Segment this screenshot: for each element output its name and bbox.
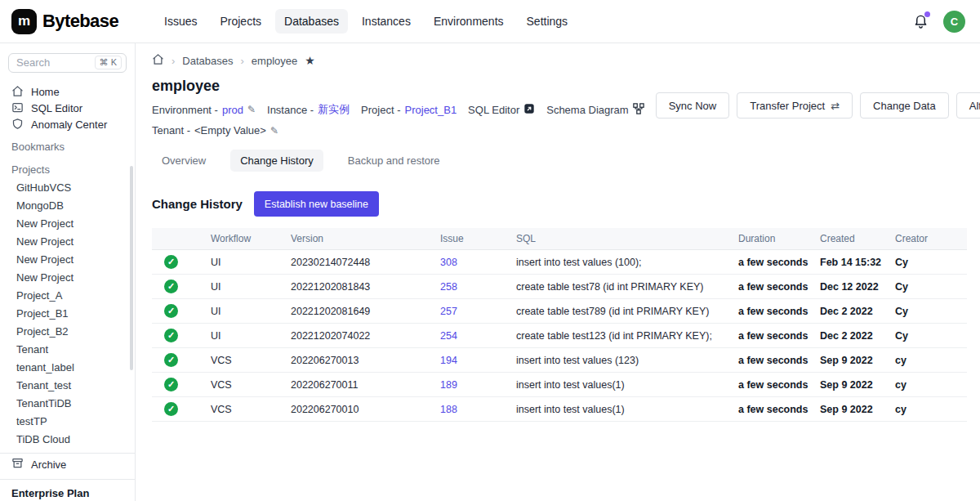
sidebar-project-item[interactable]: New Project [0, 251, 135, 269]
sidebar-project-item[interactable]: Project_A [0, 287, 135, 305]
tab-overview[interactable]: Overview [152, 150, 216, 172]
brand-name: Bytebase [42, 11, 118, 32]
sidebar-item-label: SQL Editor [31, 102, 82, 114]
creator-cell: cy [895, 379, 967, 391]
sql-cell: insert into test values (123) [516, 355, 738, 366]
success-check-icon: ✓ [164, 280, 178, 293]
duration-cell: a few seconds [738, 330, 820, 342]
sidebar-scrollbar[interactable] [130, 166, 133, 370]
sql-editor-shortcut[interactable]: SQL Editor [468, 103, 535, 117]
bookmark-star-icon[interactable]: ★ [305, 54, 315, 67]
header-actions: Sync NowTransfer Project⇄Change DataAlte… [656, 92, 980, 119]
status-cell: ✓ [152, 353, 211, 367]
status-cell: ✓ [152, 329, 211, 342]
instance-link[interactable]: 新实例 [318, 102, 350, 117]
issue-link[interactable]: 258 [440, 281, 516, 293]
schema-diagram-shortcut[interactable]: Schema Diagram [546, 103, 644, 117]
sidebar-project-item[interactable]: MongoDB [0, 197, 135, 215]
duration-cell: a few seconds [738, 306, 820, 317]
success-check-icon: ✓ [164, 304, 178, 318]
created-cell: Dec 2 2022 [820, 306, 895, 317]
database-meta-line-2: Tenant - <Empty Value> ✎ [152, 124, 656, 136]
sql-cell: create table test789 (id int PRIMARY KEY… [516, 306, 738, 317]
sidebar-project-item[interactable]: New Project [0, 233, 135, 251]
change-history-row[interactable]: ✓UI20221202081843258create table test78 … [152, 275, 967, 299]
workflow-cell: UI [211, 330, 291, 342]
change-history-row[interactable]: ✓VCS202206270013194insert into test valu… [152, 348, 967, 373]
main-content: › Databases › employee ★ employee Enviro… [136, 43, 980, 501]
transfer-project-button[interactable]: Transfer Project⇄ [737, 92, 853, 119]
issue-link[interactable]: 194 [440, 355, 516, 366]
column-header-creator: Creator [895, 233, 967, 244]
status-cell: ✓ [152, 255, 211, 269]
change-history-row[interactable]: ✓VCS202206270011189insert into test valu… [152, 373, 967, 397]
change-history-row[interactable]: ✓UI20221202081649257create table test789… [152, 299, 967, 324]
issue-link[interactable]: 308 [440, 257, 516, 268]
breadcrumb-databases[interactable]: Databases [182, 55, 233, 67]
issue-link[interactable]: 257 [440, 306, 516, 317]
nav-item-databases[interactable]: Databases [275, 9, 348, 34]
nav-item-projects[interactable]: Projects [211, 9, 270, 34]
diagram-icon [633, 103, 644, 117]
environment-link[interactable]: prod [222, 104, 243, 116]
change-data-button[interactable]: Change Data [860, 92, 949, 119]
workflow-cell: UI [211, 257, 291, 268]
creator-cell: cy [895, 404, 967, 415]
establish-baseline-button[interactable]: Establish new baseline [254, 191, 379, 217]
tab-backup-and-restore[interactable]: Backup and restore [338, 150, 450, 172]
top-navbar: m Bytebase IssuesProjectsDatabasesInstan… [0, 0, 980, 43]
sidebar-project-item[interactable]: Project_B2 [0, 323, 135, 341]
sidebar-project-item[interactable]: Tenant [0, 341, 135, 359]
user-avatar[interactable]: C [943, 11, 965, 33]
column-header-version: Version [291, 233, 440, 244]
sidebar-project-item[interactable]: tenant_label [0, 359, 135, 377]
nav-item-environments[interactable]: Environments [425, 9, 513, 34]
sidebar-project-item[interactable]: TiDB Cloud [0, 431, 135, 449]
breadcrumb-home-icon[interactable] [152, 53, 164, 68]
sidebar-project-item[interactable]: New Project [0, 269, 135, 287]
table-header-row: WorkflowVersionIssueSQLDurationCreatedCr… [152, 228, 967, 250]
nav-item-issues[interactable]: Issues [155, 9, 206, 34]
notification-bell-icon[interactable] [913, 14, 929, 29]
search-input[interactable] [16, 56, 91, 69]
change-history-row[interactable]: ✓UI20230214072448308insert into test val… [152, 250, 967, 275]
project-link[interactable]: Project_B1 [405, 104, 457, 116]
project-label: Project - [361, 104, 400, 116]
sidebar-project-item[interactable]: New Project [0, 215, 135, 233]
brand-home-link[interactable]: m Bytebase [11, 9, 144, 34]
version-cell: 20221202081843 [291, 281, 440, 293]
sidebar-project-item[interactable]: Project_B1 [0, 305, 135, 323]
sidebar-item-archive[interactable]: Archive [0, 454, 135, 475]
sync-now-button[interactable]: Sync Now [656, 92, 730, 119]
issue-link[interactable]: 188 [440, 404, 516, 415]
search-box[interactable]: ⌘ K [8, 53, 127, 73]
subscription-plan-label[interactable]: Enterprise Plan [0, 480, 135, 501]
sidebar-section-bookmarks: Bookmarks [0, 133, 135, 156]
tenant-label: Tenant - [152, 124, 190, 136]
issue-link[interactable]: 254 [440, 330, 516, 342]
sidebar-project-item[interactable]: testTP [0, 413, 135, 431]
database-meta-line-1: Environment - prod ✎ Instance - 新实例 Proj… [152, 102, 656, 117]
nav-item-settings[interactable]: Settings [518, 9, 577, 34]
nav-item-instances[interactable]: Instances [353, 9, 420, 34]
sidebar-item-sql-editor[interactable]: SQL Editor [0, 101, 135, 117]
change-history-row[interactable]: ✓UI20221202074022254create table test123… [152, 324, 967, 348]
creator-cell: cy [895, 355, 967, 366]
tab-change-history[interactable]: Change History [230, 150, 323, 172]
sidebar-item-anomaly-center[interactable]: Anomaly Center [0, 117, 135, 133]
workflow-cell: UI [211, 306, 291, 317]
sidebar-project-item[interactable]: TenantTiDB [0, 395, 135, 413]
sql-cell: insert into test values(1) [516, 379, 738, 391]
issue-link[interactable]: 189 [440, 379, 516, 391]
table-body: ✓UI20230214072448308insert into test val… [152, 250, 967, 422]
change-history-row[interactable]: ✓VCS202206270010188insert into test valu… [152, 397, 967, 422]
sidebar-project-item[interactable]: Tenant_test [0, 377, 135, 395]
sql-cell: create table test123 (id int PRIMARY KEY… [516, 330, 738, 342]
search-shortcut-badge: ⌘ K [95, 56, 122, 69]
edit-environment-pencil-icon[interactable]: ✎ [247, 104, 256, 115]
edit-tenant-pencil-icon[interactable]: ✎ [270, 125, 278, 136]
sidebar-project-item[interactable]: GitHubVCS [0, 179, 135, 197]
alter-schema-button[interactable]: Alter Schema [956, 92, 980, 119]
sidebar-item-home[interactable]: Home [0, 84, 135, 101]
created-cell: Sep 9 2022 [820, 379, 895, 391]
